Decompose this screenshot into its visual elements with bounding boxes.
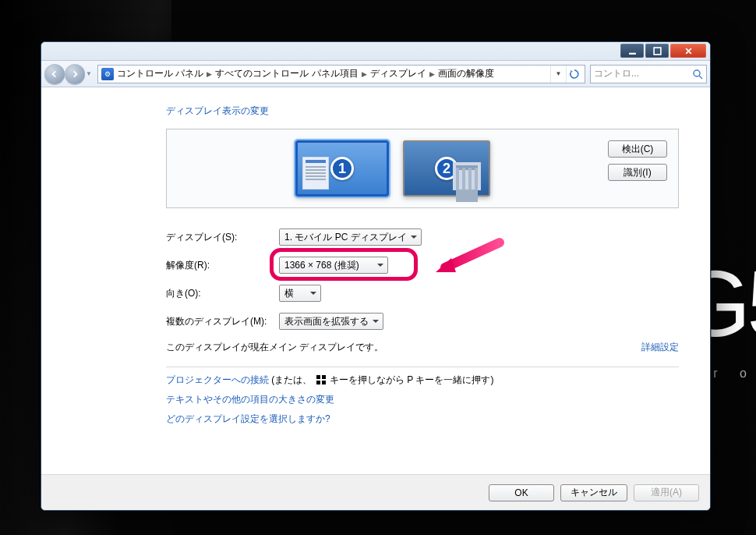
monitor-1[interactable]: 1 xyxy=(295,140,389,197)
arrow-left-icon xyxy=(50,69,59,79)
projector-hint-prefix: (または、 xyxy=(271,374,312,385)
ok-button[interactable]: OK xyxy=(489,484,554,501)
svg-rect-5 xyxy=(322,375,326,379)
breadcrumb[interactable]: コントロール パネル ▶ すべてのコントロール パネル項目 ▶ ディスプレイ ▶… xyxy=(117,67,494,80)
chevron-right-icon[interactable]: ▶ xyxy=(207,70,212,78)
resolution-label: 解像度(R): xyxy=(166,259,279,272)
orientation-select[interactable]: 横 xyxy=(279,285,321,302)
display-label: ディスプレイ(S): xyxy=(166,231,279,244)
maximize-icon xyxy=(653,47,662,55)
nav-history-dropdown[interactable]: ▼ xyxy=(85,64,93,84)
close-icon xyxy=(684,47,693,55)
monitor-number-badge: 1 xyxy=(330,157,354,180)
minimize-button[interactable] xyxy=(620,44,644,58)
text-size-link[interactable]: テキストやその他の項目の大きさの変更 xyxy=(166,394,334,405)
windows-key-icon xyxy=(316,375,326,384)
orientation-select-value: 横 xyxy=(284,287,294,300)
projector-hint-suffix: キーを押しながら P キーを一緒に押す) xyxy=(330,374,493,385)
crumb-segment[interactable]: 画面の解像度 xyxy=(438,67,494,80)
monitor-preview-icon xyxy=(453,162,481,190)
display-settings-window: ▼ ⚙ コントロール パネル ▶ すべてのコントロール パネル項目 ▶ ディスプ… xyxy=(41,41,711,511)
multi-display-select[interactable]: 表示画面を拡張する xyxy=(279,313,383,330)
refresh-button[interactable] xyxy=(566,66,581,83)
chevron-right-icon[interactable]: ▶ xyxy=(362,70,367,78)
nav-back-button[interactable] xyxy=(44,64,65,84)
monitor-preview-icon xyxy=(302,157,329,190)
titlebar[interactable] xyxy=(41,42,710,61)
svg-rect-7 xyxy=(322,381,326,384)
svg-rect-0 xyxy=(629,52,636,54)
arrow-right-icon xyxy=(70,69,79,79)
chevron-right-icon[interactable]: ▶ xyxy=(429,70,435,78)
svg-line-3 xyxy=(699,76,702,79)
detect-button[interactable]: 検出(C) xyxy=(608,140,667,158)
toolbar: ▼ ⚙ コントロール パネル ▶ すべてのコントロール パネル項目 ▶ ディスプ… xyxy=(41,61,710,87)
svg-rect-4 xyxy=(316,375,320,379)
svg-rect-1 xyxy=(654,48,661,55)
search-placeholder: コントロ... xyxy=(594,67,639,80)
address-dropdown-button[interactable]: ▼ xyxy=(550,66,566,83)
svg-rect-6 xyxy=(316,381,320,384)
apply-button[interactable]: 適用(A) xyxy=(634,484,699,501)
multi-display-select-value: 表示画面を拡張する xyxy=(284,315,369,328)
search-input[interactable]: コントロ... xyxy=(590,65,707,83)
nav-forward-button[interactable] xyxy=(65,64,85,84)
crumb-segment[interactable]: ディスプレイ xyxy=(370,67,426,80)
crumb-segment[interactable]: コントロール パネル xyxy=(117,67,203,80)
resolution-select-value: 1366 × 768 (推奨) xyxy=(284,259,359,272)
resolution-select[interactable]: 1366 × 768 (推奨) xyxy=(279,257,388,274)
identify-button[interactable]: 識別(I) xyxy=(608,164,667,181)
projector-link[interactable]: プロジェクターへの接続 xyxy=(166,374,269,385)
divider xyxy=(166,367,679,367)
refresh-icon xyxy=(569,69,580,80)
control-panel-icon: ⚙ xyxy=(101,68,114,80)
advanced-settings-link[interactable]: 詳細設定 xyxy=(641,341,679,354)
monitor-arrangement[interactable]: 1 2 検出(C) 識別(I) xyxy=(166,129,679,208)
multi-display-label: 複数のディスプレイ(M): xyxy=(166,315,279,328)
close-button[interactable] xyxy=(670,44,706,58)
address-bar[interactable]: ⚙ コントロール パネル ▶ すべてのコントロール パネル項目 ▶ ディスプレイ… xyxy=(97,65,585,83)
dialog-footer: OK キャンセル 適用(A) xyxy=(41,474,710,510)
which-settings-link[interactable]: どのディスプレイ設定を選択しますか? xyxy=(166,413,330,424)
maximize-button[interactable] xyxy=(645,44,669,58)
content-area: ディスプレイ表示の変更 1 2 検出(C) 識別(I) ディスプレイ(S): 1 xyxy=(41,87,710,474)
orientation-label: 向き(O): xyxy=(166,287,279,300)
svg-point-2 xyxy=(694,70,700,76)
display-select[interactable]: 1. モバイル PC ディスプレイ xyxy=(279,229,422,246)
crumb-segment[interactable]: すべてのコントロール パネル項目 xyxy=(215,67,358,80)
display-select-value: 1. モバイル PC ディスプレイ xyxy=(284,231,407,244)
search-icon xyxy=(692,69,703,80)
page-title: ディスプレイ表示の変更 xyxy=(166,105,679,118)
minimize-icon xyxy=(628,47,637,55)
main-display-info: このディスプレイが現在メイン ディスプレイです。 xyxy=(166,341,383,354)
cancel-button[interactable]: キャンセル xyxy=(560,484,627,501)
monitor-2[interactable]: 2 xyxy=(403,140,490,197)
